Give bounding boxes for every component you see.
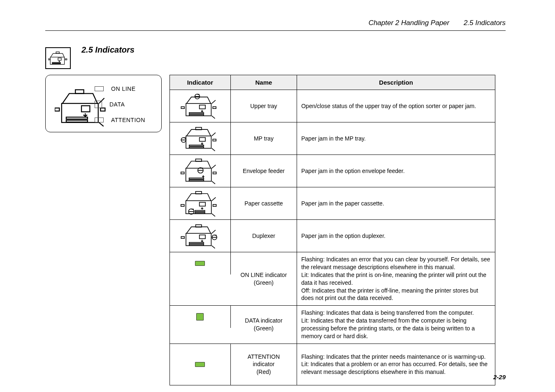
svg-rect-40 bbox=[195, 212, 205, 214]
indicator-cell bbox=[170, 122, 231, 154]
desc-cell: Paper jam in the paper cassette. bbox=[297, 187, 495, 219]
name-line: (Green) bbox=[254, 325, 274, 332]
svg-rect-48 bbox=[181, 237, 185, 239]
name-line: ATTENTION bbox=[248, 353, 280, 361]
indicator-cell bbox=[170, 344, 231, 385]
table-row: MP tray Paper jam in the MP tray. bbox=[170, 122, 495, 155]
duplexer-icon bbox=[177, 223, 223, 249]
table-row: DATA indicator (Green) Flashing: Indicat… bbox=[170, 306, 495, 344]
desc-cell: Paper jam in the MP tray. bbox=[297, 122, 495, 154]
table-row: ATTENTION indicator (Red) Flashing: Indi… bbox=[170, 344, 495, 385]
control-panel-diagram: ON LINE DATA ATTENTION bbox=[45, 75, 162, 132]
svg-rect-31 bbox=[189, 178, 204, 179]
svg-rect-17 bbox=[189, 113, 204, 114]
name-line: (Green) bbox=[254, 279, 274, 287]
name-cell: ATTENTION indicator (Red) bbox=[231, 344, 297, 385]
th-description: Description bbox=[297, 75, 495, 90]
svg-rect-32 bbox=[189, 180, 204, 181]
table-row: Upper tray Open/close status of the uppe… bbox=[170, 90, 495, 122]
svg-rect-10 bbox=[66, 117, 88, 119]
table-row: ON LINE indicator (Green) Flashing: Indi… bbox=[170, 252, 495, 306]
svg-rect-42 bbox=[213, 205, 216, 207]
printer-small-icon bbox=[48, 51, 68, 66]
svg-rect-39 bbox=[195, 210, 205, 212]
table-row: Duplexer Paper jam in the option duplexe… bbox=[170, 220, 495, 252]
name-cell: Paper cassette bbox=[231, 187, 297, 219]
indicators-table: Indicator Name Description bbox=[170, 75, 495, 385]
name-cell: Duplexer bbox=[231, 220, 297, 252]
th-name: Name bbox=[231, 75, 297, 90]
svg-rect-12 bbox=[55, 108, 59, 111]
svg-rect-33 bbox=[181, 172, 184, 174]
indicator-cell bbox=[170, 90, 231, 122]
envelope-feeder-icon bbox=[177, 157, 223, 184]
svg-rect-6 bbox=[65, 59, 67, 60]
upper-tray-icon bbox=[177, 93, 223, 119]
indicator-cell bbox=[170, 252, 231, 274]
attention-led-row: ATTENTION bbox=[95, 112, 156, 128]
table-header-row: Indicator Name Description bbox=[170, 75, 495, 90]
svg-rect-2 bbox=[58, 58, 61, 60]
online-led-label: ON LINE bbox=[111, 85, 136, 92]
attention-led-icon bbox=[95, 118, 104, 122]
indicator-cell bbox=[170, 306, 231, 328]
svg-rect-27 bbox=[213, 139, 216, 141]
desc-cell: Flashing: Indicates that data is being t… bbox=[297, 306, 495, 344]
paper-cassette-icon bbox=[177, 190, 223, 217]
svg-rect-37 bbox=[200, 202, 206, 206]
svg-rect-16 bbox=[200, 105, 205, 109]
desc-line: Off: Indicates that the printer is off-l… bbox=[301, 287, 491, 302]
online-led-row: ON LINE bbox=[95, 81, 156, 97]
svg-rect-3 bbox=[52, 62, 60, 63]
section-title: 2.5 Indicators bbox=[464, 19, 506, 27]
data-led-row: DATA bbox=[95, 97, 156, 112]
svg-rect-45 bbox=[200, 235, 205, 239]
th-indicator: Indicator bbox=[170, 75, 231, 90]
desc-line: Lit: Indicates that the data transferred… bbox=[301, 317, 491, 340]
indicator-cell bbox=[170, 155, 231, 187]
svg-rect-8 bbox=[75, 90, 84, 93]
svg-rect-5 bbox=[48, 59, 50, 60]
table-row: Envelope feeder Paper jam in the option … bbox=[170, 155, 495, 187]
svg-rect-23 bbox=[200, 138, 205, 141]
svg-rect-46 bbox=[189, 242, 204, 244]
table-row: Paper cassette Paper jam in the paper ca… bbox=[170, 187, 495, 220]
name-line: DATA indicator bbox=[245, 317, 282, 325]
chapter-title: Chapter 2 Handling Paper bbox=[369, 19, 450, 27]
name-cell: ON LINE indicator (Green) bbox=[231, 252, 297, 305]
name-line: (Red) bbox=[256, 368, 271, 376]
desc-line: Flashing: Indicates that data is being t… bbox=[301, 309, 491, 317]
data-led-icon bbox=[95, 101, 102, 108]
desc-line: Lit: Indicates that a problem or an erro… bbox=[301, 360, 491, 376]
svg-rect-7 bbox=[62, 104, 98, 122]
svg-rect-47 bbox=[189, 244, 204, 246]
desc-line: Flashing: Indicates an error that you ca… bbox=[301, 256, 491, 271]
svg-rect-1 bbox=[56, 52, 59, 53]
indicator-cell bbox=[170, 187, 231, 219]
desc-cell: Open/close status of the upper tray of t… bbox=[297, 90, 495, 122]
name-line: ON LINE indicator bbox=[241, 271, 287, 279]
desc-cell: Paper jam in the option duplexer. bbox=[297, 220, 495, 252]
name-line: indicator bbox=[253, 360, 274, 368]
green-led-rect-icon bbox=[195, 362, 205, 367]
mp-tray-icon bbox=[177, 126, 223, 151]
attention-led-label: ATTENTION bbox=[111, 117, 145, 123]
page-number: 2-29 bbox=[493, 374, 506, 380]
desc-line: Flashing: Indicates that the printer nee… bbox=[301, 353, 491, 361]
svg-rect-25 bbox=[189, 147, 204, 148]
svg-rect-34 bbox=[213, 172, 216, 174]
page-heading: 2.5 Indicators bbox=[81, 45, 135, 55]
svg-rect-41 bbox=[181, 205, 184, 207]
name-cell: DATA indicator (Green) bbox=[231, 306, 297, 344]
data-led-label: DATA bbox=[109, 101, 125, 108]
desc-cell: Flashing: Indicates that the printer nee… bbox=[297, 344, 495, 385]
desc-cell: Paper jam in the option envelope feeder. bbox=[297, 155, 495, 187]
svg-rect-20 bbox=[213, 107, 216, 109]
section-icon-frame bbox=[45, 47, 71, 69]
svg-rect-9 bbox=[81, 106, 90, 112]
online-led-icon bbox=[95, 86, 104, 91]
svg-rect-4 bbox=[52, 63, 60, 64]
svg-rect-18 bbox=[189, 115, 204, 116]
name-cell: Envelope feeder bbox=[231, 155, 297, 187]
name-cell: Upper tray bbox=[231, 90, 297, 122]
